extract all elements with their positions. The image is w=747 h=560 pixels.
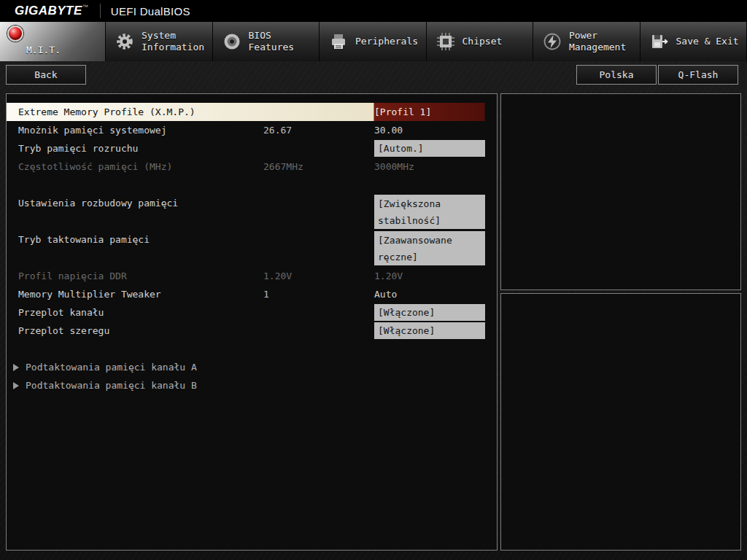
setting-value: Auto [374,285,485,303]
setting-value: [Autom.] [374,140,485,157]
page-title: UEFI DualBIOS [111,5,190,18]
setting-row[interactable]: Przeplot kanału [Włączone] [7,303,497,322]
qflash-button[interactable]: Q-Flash [658,65,738,85]
bios-screen: GIGABYTE ™ UEFI DualBIOS M.I.T. System I… [0,0,747,560]
setting-row[interactable]: Mnożnik pamięci systemowej 26.67 30.00 [7,121,497,139]
settings-list: Extreme Memory Profile (X.M.P.) [Profil … [7,103,497,340]
tab-save-exit[interactable]: Save & Exit [640,22,747,61]
setting-current-value [263,322,374,340]
setting-row[interactable]: Profil napięcia DDR 1.20V 1.20V [7,267,497,285]
tab-peripherals[interactable]: Peripherals [320,22,427,61]
setting-value: [Zwiększona stabilność] [374,195,485,229]
gear-icon [115,32,134,51]
printer-icon [329,32,348,51]
setting-label: Tryb pamięci rozruchu [18,139,263,158]
submenu-arrow-icon [13,382,19,389]
setting-row[interactable]: Tryb pamięci rozruchu [Autom.] [7,139,497,158]
setting-current-value [263,139,374,158]
setting-label: Profil napięcia DDR [18,267,263,285]
setting-label [18,176,263,194]
tab-label: Peripherals [355,36,418,47]
trademark-symbol: ™ [82,4,88,10]
setting-label: Częstotliwość pamięci (MHz) [18,158,263,176]
tab-system-information[interactable]: System Information [106,22,213,61]
setting-row[interactable]: Memory Multiplier Tweaker 1 Auto [7,285,497,303]
setting-value: 3000MHz [374,158,485,176]
setting-current-value [263,103,374,121]
setting-current-value: 1 [263,285,374,303]
setting-label: Ustawienia rozbudowy pamięci [18,194,263,230]
submenu-item[interactable]: Podtaktowania pamięci kanału B [7,376,497,394]
power-bolt-icon [543,32,562,51]
submenu-item[interactable]: Podtaktowania pamięci kanału A [7,358,497,376]
tab-power-management[interactable]: Power Management [533,22,640,61]
tab-label: Chipset [462,36,503,47]
setting-value-cell: 30.00 [374,121,485,139]
setting-value: 30.00 [374,121,485,139]
setting-value: [Włączone] [374,322,485,339]
setting-current-value [263,230,374,267]
setting-value-cell: 1.20V [374,267,485,285]
setting-label: Memory Multiplier Tweaker [18,285,263,303]
setting-value-cell: [Włączone] [374,303,485,322]
setting-value-cell: 3000MHz [374,158,485,176]
submenu-label: Podtaktowania pamięci kanału A [26,362,197,373]
language-button[interactable]: Polska [576,65,657,85]
setting-value: [Zaawansowane ręczne] [374,231,485,265]
setting-row[interactable]: Ustawienia rozbudowy pamięci [Zwiększona… [7,194,497,230]
setting-value-cell: [Autom.] [374,139,485,158]
gigabyte-logo: GIGABYTE [15,4,82,18]
setting-current-value [263,194,374,230]
tab-chipset[interactable]: Chipset [427,22,534,61]
key-legend-panel [500,293,741,551]
setting-label: Tryb taktowania pamięci [18,230,263,267]
setting-label: Mnożnik pamięci systemowej [18,121,263,139]
setting-value: [Profil 1] [374,103,485,121]
settings-panel: Extreme Memory Profile (X.M.P.) [Profil … [6,93,498,551]
setting-value-cell [374,176,485,194]
setting-label: Extreme Memory Profile (X.M.P.) [18,103,263,121]
setting-row[interactable]: Częstotliwość pamięci (MHz) 2667MHz 3000… [7,158,497,176]
setting-row[interactable]: Tryb taktowania pamięci [Zaawansowane rę… [7,230,497,267]
setting-value-cell: [Profil 1] [374,103,485,121]
mit-red-orb-icon [7,26,23,42]
setting-value: [Włączone] [374,304,485,321]
setting-value-cell: Auto [374,285,485,303]
setting-value: 1.20V [374,267,485,285]
setting-row[interactable]: Extreme Memory Profile (X.M.P.) [Profil … [7,103,497,121]
setting-value-cell: [Zwiększona stabilność] [374,194,485,230]
setting-label: Przeplot kanału [18,303,263,322]
setting-value-cell: [Włączone] [374,322,485,340]
submenu-list: Podtaktowania pamięci kanału A Podtaktow… [7,358,497,394]
setting-row[interactable] [7,176,497,194]
setting-current-value: 1.20V [263,267,374,285]
save-disk-icon [650,32,669,51]
top-bar: GIGABYTE ™ UEFI DualBIOS [0,0,747,22]
tab-label: BIOS Features [249,30,317,53]
header-divider [100,4,101,18]
tab-bar: M.I.T. System Information BIOS Feature [0,22,747,61]
tab-bios-features[interactable]: BIOS Features [213,22,320,61]
tab-label: Power Management [569,30,638,53]
submenu-arrow-icon [13,364,19,371]
item-help-panel [500,93,741,290]
chip-icon [436,32,455,51]
setting-value-cell: [Zaawansowane ręczne] [374,230,485,267]
setting-current-value: 2667MHz [263,158,374,176]
tab-label: M.I.T. [26,44,61,56]
setting-current-value [263,303,374,322]
back-button[interactable]: Back [6,65,86,85]
setting-row[interactable]: Przeplot szeregu [Włączone] [7,322,497,340]
setting-current-value [263,176,374,194]
tab-label: Save & Exit [676,36,739,47]
setting-label: Przeplot szeregu [18,322,263,340]
setting-current-value: 26.67 [263,121,374,139]
tab-mit[interactable]: M.I.T. [0,22,106,61]
submenu-label: Podtaktowania pamięci kanału B [26,380,197,391]
tab-label: System Information [142,30,210,53]
disc-icon [222,32,241,51]
